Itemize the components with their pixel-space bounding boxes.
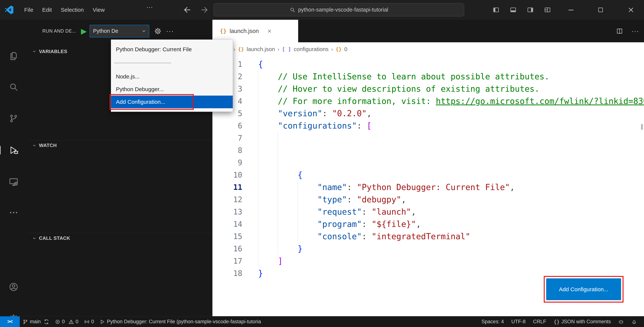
back-arrow-icon[interactable] bbox=[182, 5, 192, 14]
code-line[interactable]: 17 ] bbox=[212, 255, 644, 267]
remote-explorer-icon[interactable] bbox=[8, 177, 19, 187]
code-line[interactable]: 7 bbox=[212, 132, 644, 144]
menu-file[interactable]: File bbox=[20, 3, 38, 16]
search-sidebar-icon[interactable] bbox=[8, 82, 19, 92]
line-number: 16 bbox=[212, 242, 242, 255]
explorer-icon[interactable] bbox=[8, 51, 19, 61]
breadcrumb-separator: › bbox=[234, 46, 235, 52]
debug-more-actions-icon[interactable]: ··· bbox=[166, 27, 174, 35]
remote-indicator[interactable]: >< bbox=[0, 316, 20, 327]
indent-guide bbox=[258, 70, 258, 267]
indentation-status[interactable]: Spaces: 4 bbox=[478, 316, 508, 327]
split-editor-icon[interactable] bbox=[616, 28, 623, 35]
run-and-debug-sidebar: RUN AND DE... ▶ Python De ··· VARIABLES … bbox=[27, 20, 212, 316]
menu-item-python-debugger-current-file[interactable]: Python Debugger: Current File bbox=[111, 43, 233, 56]
section-watch[interactable]: WATCH bbox=[27, 140, 212, 150]
code-line[interactable]: 9 bbox=[212, 156, 644, 169]
code-line[interactable]: 14 "program": "${file}", bbox=[212, 218, 644, 230]
radio-tower-icon bbox=[84, 319, 90, 324]
code-line[interactable]: 8 bbox=[212, 144, 644, 156]
sidebar-header: RUN AND DE... ▶ Python De ··· bbox=[27, 20, 212, 42]
menu-more-button[interactable]: ··· bbox=[142, 3, 158, 10]
menu-selection[interactable]: Selection bbox=[56, 3, 88, 16]
source-control-icon[interactable] bbox=[8, 114, 19, 124]
code-line[interactable]: 4 // For more information, visit: https:… bbox=[212, 95, 644, 107]
code-line[interactable]: 10 { bbox=[212, 169, 644, 181]
more-views-icon[interactable] bbox=[8, 208, 19, 218]
line-number: 18 bbox=[212, 267, 242, 280]
menu-view[interactable]: View bbox=[88, 3, 109, 16]
code-line[interactable]: 15 "console": "integratedTerminal" bbox=[212, 230, 644, 242]
code-line[interactable]: 11 "name": "Python Debugger: Current Fil… bbox=[212, 181, 644, 194]
editor-group: {} launch.json ··· code › {} launch.json… bbox=[212, 20, 644, 316]
close-tab-icon[interactable] bbox=[267, 28, 272, 34]
bell-icon bbox=[631, 319, 637, 324]
menu-edit[interactable]: Edit bbox=[38, 3, 56, 16]
code-line[interactable]: 6 "configurations": [ bbox=[212, 120, 644, 132]
code-line[interactable]: 2 // Use IntelliSense to learn about pos… bbox=[212, 70, 644, 83]
notifications-status[interactable] bbox=[628, 316, 641, 327]
line-number: 12 bbox=[212, 194, 242, 206]
dropdown-value: Python De bbox=[93, 28, 139, 34]
breadcrumb-item-index[interactable]: 0 bbox=[344, 46, 347, 52]
chevron-down-icon bbox=[32, 143, 37, 148]
code-line[interactable]: 12 "type": "debugpy", bbox=[212, 194, 644, 206]
sync-icon bbox=[44, 319, 49, 324]
chevron-down-icon bbox=[141, 28, 147, 34]
line-number: 6 bbox=[212, 120, 242, 132]
json-array-icon: [ ] bbox=[282, 46, 291, 52]
copilot-status[interactable] bbox=[614, 316, 628, 327]
forward-arrow-icon[interactable] bbox=[200, 5, 209, 14]
tab-launch-json[interactable]: {} launch.json bbox=[212, 20, 298, 42]
breadcrumb-item-file[interactable]: launch.json bbox=[247, 46, 275, 52]
search-text: python-sample-vscode-fastapi-tutorial bbox=[298, 7, 388, 13]
menu-item-node-js[interactable]: Node.js... bbox=[111, 70, 233, 83]
code-line[interactable]: 13 "request": "launch", bbox=[212, 206, 644, 218]
branch-icon bbox=[22, 319, 28, 324]
toggle-secondary-sidebar-icon[interactable] bbox=[527, 6, 534, 14]
toggle-sidebar-icon[interactable] bbox=[492, 6, 500, 14]
search-icon bbox=[290, 7, 296, 13]
line-number: 10 bbox=[212, 169, 242, 181]
code-line[interactable]: 3 // Hover to view descriptions of exist… bbox=[212, 83, 644, 95]
section-call-stack[interactable]: CALL STACK bbox=[27, 233, 212, 243]
debug-settings-gear-icon[interactable] bbox=[154, 28, 162, 35]
line-number: 7 bbox=[212, 132, 242, 144]
menu-item-add-configuration[interactable]: Add Configuration... bbox=[111, 96, 233, 108]
debug-play-icon bbox=[100, 319, 105, 324]
chevron-down-icon bbox=[32, 49, 37, 54]
toggle-panel-icon[interactable] bbox=[510, 6, 517, 14]
git-branch-status[interactable]: main bbox=[20, 316, 52, 327]
run-and-debug-icon[interactable] bbox=[8, 145, 19, 155]
command-center-search[interactable]: python-sample-vscode-fastapi-tutorial bbox=[214, 3, 464, 16]
menu-item-python-debugger[interactable]: Python Debugger... bbox=[111, 83, 233, 96]
start-debugging-button[interactable]: ▶ bbox=[81, 28, 87, 35]
editor-more-actions-icon[interactable]: ··· bbox=[631, 27, 639, 35]
copilot-icon bbox=[618, 319, 624, 324]
code-line[interactable]: 5 "version": "0.2.0", bbox=[212, 107, 644, 120]
language-mode-status[interactable]: {} JSON with Comments bbox=[550, 316, 614, 327]
account-icon[interactable] bbox=[8, 282, 19, 292]
tab-bar: {} launch.json ··· bbox=[212, 20, 644, 42]
code-line[interactable]: 1{ bbox=[212, 58, 644, 70]
customize-layout-icon[interactable] bbox=[544, 6, 551, 14]
breadcrumb: code › {} launch.json › [ ] configuratio… bbox=[212, 42, 644, 56]
breadcrumb-item-configurations[interactable]: configurations bbox=[294, 46, 328, 52]
encoding-status[interactable]: UTF-8 bbox=[508, 316, 530, 327]
eol-status[interactable]: CRLF bbox=[529, 316, 550, 327]
debug-configuration-dropdown[interactable]: Python De bbox=[90, 25, 149, 38]
scrollbar-mark bbox=[641, 124, 643, 130]
add-configuration-button[interactable]: Add Configuration... bbox=[546, 278, 621, 300]
debug-status[interactable]: Python Debugger: Current File (python-sa… bbox=[97, 316, 264, 327]
breadcrumb-separator: › bbox=[331, 46, 333, 52]
annotation-red-box: Add Configuration... bbox=[544, 276, 624, 302]
close-window-button[interactable] bbox=[626, 5, 636, 14]
line-number: 11 bbox=[212, 181, 242, 194]
json-file-icon: {} bbox=[220, 28, 226, 34]
chevron-down-icon bbox=[32, 236, 37, 241]
problems-status[interactable]: 0 0 bbox=[52, 316, 81, 327]
code-line[interactable]: 16 } bbox=[212, 242, 644, 255]
ports-status[interactable]: 0 bbox=[81, 316, 97, 327]
maximize-button[interactable] bbox=[596, 5, 605, 14]
minimize-button[interactable] bbox=[566, 5, 576, 14]
